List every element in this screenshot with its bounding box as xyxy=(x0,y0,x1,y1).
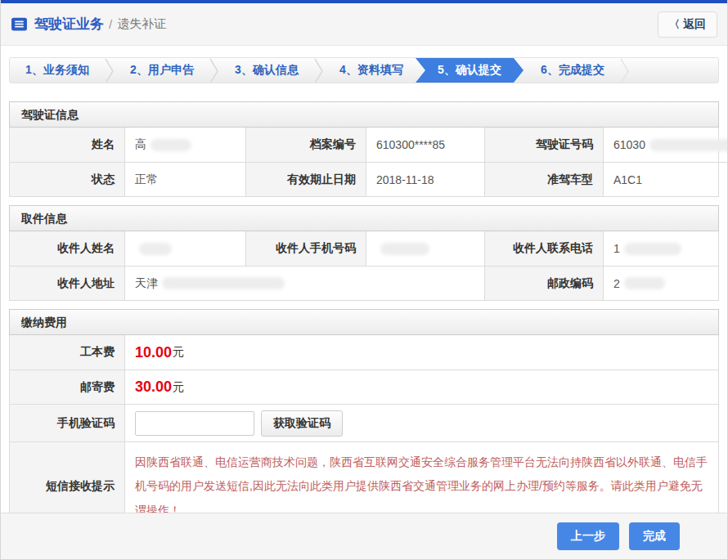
expiry-value: 2018-11-18 xyxy=(366,162,484,196)
step-1-business-notice[interactable]: 1、业务须知 xyxy=(10,58,105,83)
step-5-confirm-submit-active[interactable]: 5、确认提交 xyxy=(416,58,524,83)
breadcrumb-separator: / xyxy=(109,17,112,31)
finish-button[interactable]: 完成 xyxy=(629,522,680,550)
step-separator xyxy=(209,58,219,83)
back-button[interactable]: 〈 返回 xyxy=(658,11,717,38)
recipient-address-label: 收件人地址 xyxy=(10,266,124,300)
vehicle-type-value: A1C1 xyxy=(603,162,728,196)
license-no-value: 61030 xyxy=(603,128,728,162)
step-separator xyxy=(620,58,630,83)
redacted-blur xyxy=(139,243,172,255)
fee-unit: 元 xyxy=(173,380,184,395)
name-value: 高 xyxy=(124,128,245,162)
recipient-phone-label: 收件人联系电话 xyxy=(484,231,603,266)
recipient-phone-value: 1 xyxy=(603,231,718,266)
sms-code-label: 手机验证码 xyxy=(10,404,124,441)
license-info-section: 驾驶证信息 姓名 高 档案编号 610300****85 驾驶证号码 61030… xyxy=(9,101,719,197)
file-no-label: 档案编号 xyxy=(245,128,366,162)
recipient-mobile-label: 收件人手机号码 xyxy=(245,231,366,266)
payment-section: 缴纳费用 工本费 10.00元 邮寄费 30.00元 手机验证码 获取验证码 短… xyxy=(9,309,719,531)
payment-section-title: 缴纳费用 xyxy=(9,309,719,335)
step-bar-filler xyxy=(630,58,718,83)
license-no-label: 驾驶证号码 xyxy=(484,128,603,162)
sms-code-input[interactable] xyxy=(135,411,254,436)
recipient-name-label: 收件人姓名 xyxy=(10,231,124,266)
pickup-section-title: 取件信息 xyxy=(9,205,719,231)
back-button-label: 返回 xyxy=(683,17,706,32)
step-3-confirm-info[interactable]: 3、确认信息 xyxy=(219,58,314,83)
license-info-table: 姓名 高 档案编号 610300****85 驾驶证号码 61030 状态 正常… xyxy=(9,128,719,197)
page: 驾驶证业务 / 遗失补证 〈 返回 1、业务须知 2、用户申告 3、确认信息 4… xyxy=(0,0,728,560)
page-title: 驾驶证业务 xyxy=(34,15,104,34)
sms-code-row: 获取验证码 xyxy=(124,404,718,441)
pickup-info-section: 取件信息 收件人姓名 收件人手机号码 收件人联系电话 1 收件人地址 天津 邮政… xyxy=(9,205,719,301)
step-6-complete-submit[interactable]: 6、完成提交 xyxy=(525,58,620,83)
step-navigation: 1、业务须知 2、用户申告 3、确认信息 4、资料填写 5、确认提交 6、完成提… xyxy=(9,57,719,83)
mail-fee-amount: 30.00 xyxy=(135,379,172,396)
step-4-fill-materials[interactable]: 4、资料填写 xyxy=(324,58,419,83)
postal-code-value: 2 xyxy=(603,266,718,300)
redacted-blur xyxy=(624,243,681,255)
get-sms-code-button[interactable]: 获取验证码 xyxy=(261,410,343,437)
redacted-blur xyxy=(151,139,191,151)
name-label: 姓名 xyxy=(10,128,124,162)
recipient-mobile-value xyxy=(366,231,484,266)
redacted-blur xyxy=(162,277,285,289)
recipient-name-value xyxy=(124,231,245,266)
fee-unit: 元 xyxy=(173,345,184,360)
list-icon xyxy=(11,16,28,33)
redacted-blur xyxy=(649,139,728,151)
pickup-info-table: 收件人姓名 收件人手机号码 收件人联系电话 1 收件人地址 天津 邮政编码 2 xyxy=(9,231,719,301)
step-separator xyxy=(105,58,115,83)
step-2-user-declaration[interactable]: 2、用户申告 xyxy=(115,58,209,83)
redacted-blur xyxy=(624,277,665,289)
mail-fee-label: 邮寄费 xyxy=(10,370,124,404)
step-separator xyxy=(314,58,324,83)
work-fee-label: 工本费 xyxy=(10,335,124,370)
mail-fee-value: 30.00元 xyxy=(124,370,718,404)
previous-step-button[interactable]: 上一步 xyxy=(557,522,619,550)
chevron-left-icon: 〈 xyxy=(669,17,680,32)
recipient-address-value: 天津 xyxy=(124,266,484,300)
redacted-blur xyxy=(380,243,429,255)
breadcrumb: 遗失补证 xyxy=(117,16,166,32)
footer-bar: 上一步 完成 xyxy=(1,513,727,559)
page-header: 驾驶证业务 / 遗失补证 〈 返回 xyxy=(1,3,727,46)
payment-table: 工本费 10.00元 邮寄费 30.00元 手机验证码 获取验证码 短信接收提示… xyxy=(9,335,719,531)
expiry-label: 有效期止日期 xyxy=(245,162,366,196)
license-section-title: 驾驶证信息 xyxy=(9,101,719,128)
postal-code-label: 邮政编码 xyxy=(484,266,603,300)
file-no-value: 610300****85 xyxy=(366,128,484,162)
status-label: 状态 xyxy=(10,162,124,196)
work-fee-amount: 10.00 xyxy=(135,344,172,361)
status-value: 正常 xyxy=(124,162,245,196)
work-fee-value: 10.00元 xyxy=(124,335,718,370)
vehicle-type-label: 准驾车型 xyxy=(484,162,603,196)
